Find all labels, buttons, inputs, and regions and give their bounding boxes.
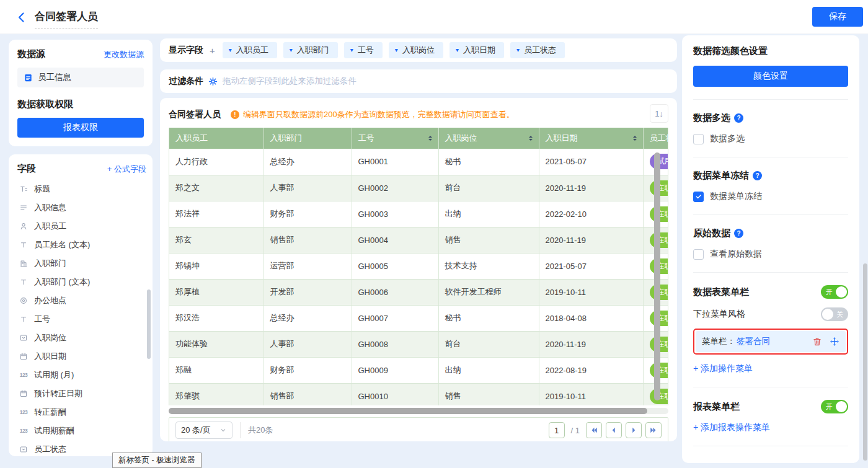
field-item[interactable]: 办公地点 xyxy=(17,291,146,310)
add-report-menu-link[interactable]: + 添加报表操作菜单 xyxy=(693,422,848,433)
table-cell: 2021-05-07 xyxy=(539,253,643,279)
save-button[interactable]: 保存 xyxy=(812,7,863,27)
fields-list: 标题入职信息入职员工员工姓名 (文本)入职部门入职部门 (文本)办公地点工号入职… xyxy=(17,180,146,456)
chip-label: 入职岗位 xyxy=(402,45,435,56)
report-menu-toggle[interactable]: 开 xyxy=(821,400,848,413)
add-display-field-button[interactable]: + xyxy=(210,45,215,56)
field-item[interactable]: 入职部门 (文本) xyxy=(17,273,146,291)
help-icon[interactable]: ? xyxy=(734,229,743,238)
table-vertical-scrollbar[interactable] xyxy=(654,152,660,400)
filter-dropzone[interactable]: 拖动左侧字段到此处来添加过滤条件 xyxy=(223,76,356,87)
table-row: 郑法祥财务部GH0003出纳2022-02-10在职 xyxy=(169,201,668,227)
prev-page-button[interactable] xyxy=(606,422,622,438)
field-item[interactable]: 入职岗位 xyxy=(17,329,146,347)
field-item[interactable]: 预计转正日期 xyxy=(17,384,146,403)
app-root: 合同签署人员 保存 数据源 更改数据源 员工信息 数据获取权限 报表权限 xyxy=(0,0,868,468)
sort-arrows-icon[interactable] xyxy=(529,134,533,143)
table-cell: 运营部 xyxy=(264,253,352,279)
table-cell: GH0001 xyxy=(352,149,438,175)
sort-arrows-icon[interactable] xyxy=(633,134,637,143)
menu-freeze-title: 数据菜单冻结 xyxy=(693,170,749,182)
field-item[interactable]: 入职员工 xyxy=(17,217,146,236)
field-label: 试用期 (月) xyxy=(34,369,74,381)
display-field-chip[interactable]: ▾入职日期 xyxy=(450,42,504,58)
table-cell: 技术支持 xyxy=(438,253,539,279)
display-field-chips: ▾入职员工▾入职部门▾工号▾入职岗位▾入职日期▾员工状态 xyxy=(223,42,565,58)
page-number-input[interactable]: 1 xyxy=(549,422,565,438)
move-icon[interactable] xyxy=(830,337,839,347)
last-page-button[interactable] xyxy=(645,422,662,438)
column-header[interactable]: 入职岗位 xyxy=(438,128,539,149)
menu-freeze-checkbox[interactable] xyxy=(693,192,704,202)
field-item[interactable]: 123试用期薪酬 xyxy=(17,422,146,440)
datasource-item[interactable]: 员工信息 xyxy=(17,68,144,87)
change-datasource-link[interactable]: 更改数据源 xyxy=(104,49,144,60)
data-table-wrap: 入职员工入职部门工号入职岗位入职日期员工状态 人力行政总经办GH0001秘书20… xyxy=(169,128,668,405)
column-header[interactable]: 工号 xyxy=(352,128,438,149)
multi-select-checkbox[interactable] xyxy=(693,134,704,144)
field-item[interactable]: 入职信息 xyxy=(17,198,146,217)
column-label: 入职员工 xyxy=(175,133,208,144)
field-item[interactable]: 入职部门 xyxy=(17,254,146,273)
page-size-value: 20 条/页 xyxy=(181,425,211,436)
table-cell: 前台 xyxy=(438,175,539,201)
help-icon[interactable]: ? xyxy=(734,113,743,123)
table-cell: GH0009 xyxy=(352,357,438,383)
table-cell: GH0010 xyxy=(352,383,438,405)
fields-scrollbar[interactable] xyxy=(147,289,151,359)
menu-bar-item[interactable]: 菜单栏： 签署合同 xyxy=(696,331,846,352)
table-cell: GH0008 xyxy=(352,331,438,357)
raw-data-checkbox[interactable] xyxy=(693,249,704,260)
window-scrollbar[interactable] xyxy=(863,263,867,461)
dropdown-style-toggle[interactable]: 关 xyxy=(821,307,848,321)
back-button[interactable] xyxy=(15,11,29,24)
table-cell: 2022-02-10 xyxy=(539,201,643,227)
trash-icon[interactable] xyxy=(812,337,822,347)
field-item[interactable]: 123转正薪酬 xyxy=(17,403,146,422)
report-permission-button[interactable]: 报表权限 xyxy=(17,118,144,138)
table-cell: 人事部 xyxy=(264,331,352,357)
column-label: 入职岗位 xyxy=(445,133,477,144)
page-size-select[interactable]: 20 条/页 xyxy=(175,422,232,439)
display-field-chip[interactable]: ▾入职员工 xyxy=(223,42,277,58)
horizontal-scrollbar-thumb[interactable] xyxy=(169,408,647,414)
gear-icon[interactable] xyxy=(208,77,218,86)
field-item[interactable]: 工号 xyxy=(17,310,146,329)
person-icon xyxy=(19,222,29,231)
divider xyxy=(693,387,848,387)
field-item[interactable]: 入职日期 xyxy=(17,347,146,366)
settings-panel: 数据筛选颜色设置 颜色设置 数据多选 ? 数据多选 数据菜单冻结 ? 数据菜单冻… xyxy=(682,35,859,463)
table-menu-toggle[interactable]: 开 xyxy=(821,285,848,299)
field-item[interactable]: 123试用期 (月) xyxy=(17,366,146,384)
help-icon[interactable]: ? xyxy=(753,171,762,180)
sort-order-button[interactable]: 1↓ xyxy=(650,104,668,123)
color-settings-button[interactable]: 颜色设置 xyxy=(693,66,848,87)
field-item[interactable]: 标题 xyxy=(17,180,146,198)
chevron-down-icon xyxy=(219,426,227,434)
table-cell: 人力行政 xyxy=(169,149,264,175)
number-icon: 123 xyxy=(19,428,29,434)
divider xyxy=(693,272,848,273)
field-item[interactable]: 员工姓名 (文本) xyxy=(17,236,146,254)
formula-field-link[interactable]: + 公式字段 xyxy=(107,164,146,175)
display-field-chip[interactable]: ▾入职部门 xyxy=(283,42,338,58)
next-page-button[interactable] xyxy=(626,422,642,438)
display-field-chip[interactable]: ▾员工状态 xyxy=(510,42,565,58)
double-chevron-right-icon xyxy=(649,426,658,435)
toggle-knob xyxy=(836,286,847,298)
add-action-menu-link[interactable]: + 添加操作菜单 xyxy=(693,363,848,374)
form-icon xyxy=(19,203,29,212)
toggle-knob xyxy=(836,401,847,412)
column-label: 入职日期 xyxy=(546,133,578,144)
display-field-chip[interactable]: ▾工号 xyxy=(344,42,383,58)
table-cell: GH0003 xyxy=(352,201,438,227)
column-header[interactable]: 入职日期 xyxy=(539,128,643,149)
filter-label: 过滤条件 xyxy=(169,76,203,87)
table-cell: 2019-10-11 xyxy=(539,383,643,405)
column-label: 工号 xyxy=(358,133,374,144)
sort-arrows-icon[interactable] xyxy=(428,134,432,143)
display-field-chip[interactable]: ▾入职岗位 xyxy=(389,42,443,58)
table-cell: 总经办 xyxy=(264,305,352,331)
first-page-button[interactable] xyxy=(586,422,602,438)
filter-bar: 过滤条件 拖动左侧字段到此处来添加过滤条件 xyxy=(160,69,677,93)
